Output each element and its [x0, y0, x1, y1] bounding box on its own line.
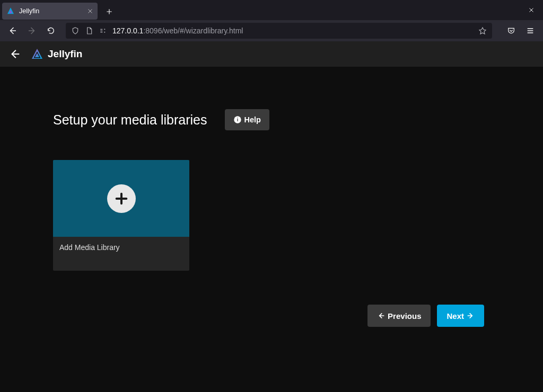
hamburger-menu-icon[interactable] — [522, 22, 539, 39]
jellyfin-logo-icon — [31, 48, 43, 60]
address-bar[interactable]: 127.0.0.1:8096/web/#/wizardlibrary.html — [66, 23, 492, 39]
next-button[interactable]: Next — [437, 305, 484, 327]
pocket-icon[interactable] — [503, 22, 520, 39]
help-button[interactable]: i Help — [225, 109, 269, 130]
tab-bar: Jellyfin — [0, 0, 543, 20]
svg-point-0 — [104, 29, 105, 30]
help-label: Help — [244, 115, 260, 124]
page-title: Setup your media libraries — [53, 112, 207, 128]
close-tab-icon[interactable] — [87, 8, 93, 14]
previous-label: Previous — [388, 311, 421, 320]
add-library-card[interactable]: Add Media Library — [53, 160, 189, 271]
toolbar-right — [503, 22, 539, 39]
card-image — [53, 160, 189, 237]
browser-tab[interactable]: Jellyfin — [2, 3, 98, 20]
browser-chrome: Jellyfin — [0, 0, 543, 41]
plus-circle-icon — [107, 184, 136, 213]
url-path: :8096/web/#/wizardlibrary.html — [143, 26, 243, 35]
svg-text:i: i — [237, 117, 239, 122]
wizard-nav: Previous Next — [53, 305, 484, 327]
next-label: Next — [446, 311, 464, 320]
document-icon — [85, 26, 93, 35]
browser-back-button[interactable] — [4, 22, 21, 39]
heading-row: Setup your media libraries i Help — [53, 109, 490, 130]
tab-title: Jellyfin — [19, 7, 83, 15]
library-grid: Add Media Library — [53, 160, 490, 271]
app-header: Jellyfin — [0, 41, 543, 67]
brand[interactable]: Jellyfin — [31, 48, 82, 60]
main-content: Setup your media libraries i Help Add Me… — [0, 67, 543, 327]
browser-forward-button[interactable] — [23, 22, 40, 39]
card-label: Add Media Library — [53, 237, 189, 271]
arrow-left-icon — [377, 311, 386, 320]
new-tab-button[interactable] — [102, 4, 117, 19]
previous-button[interactable]: Previous — [367, 305, 431, 327]
info-icon: i — [233, 115, 242, 124]
brand-name: Jellyfin — [48, 48, 82, 60]
arrow-right-icon — [466, 311, 475, 320]
permissions-icon — [99, 26, 107, 35]
toolbar: 127.0.0.1:8096/web/#/wizardlibrary.html — [0, 20, 543, 41]
bookmark-star-icon[interactable] — [478, 26, 487, 35]
shield-icon — [71, 26, 80, 35]
url-text: 127.0.0.1:8096/web/#/wizardlibrary.html — [112, 26, 473, 35]
jellyfin-favicon-icon — [6, 7, 15, 15]
url-host: 127.0.0.1 — [112, 26, 143, 35]
app-back-button[interactable] — [6, 46, 23, 63]
browser-reload-button[interactable] — [42, 22, 59, 39]
window-close-button[interactable] — [522, 1, 541, 20]
svg-point-1 — [104, 32, 105, 33]
